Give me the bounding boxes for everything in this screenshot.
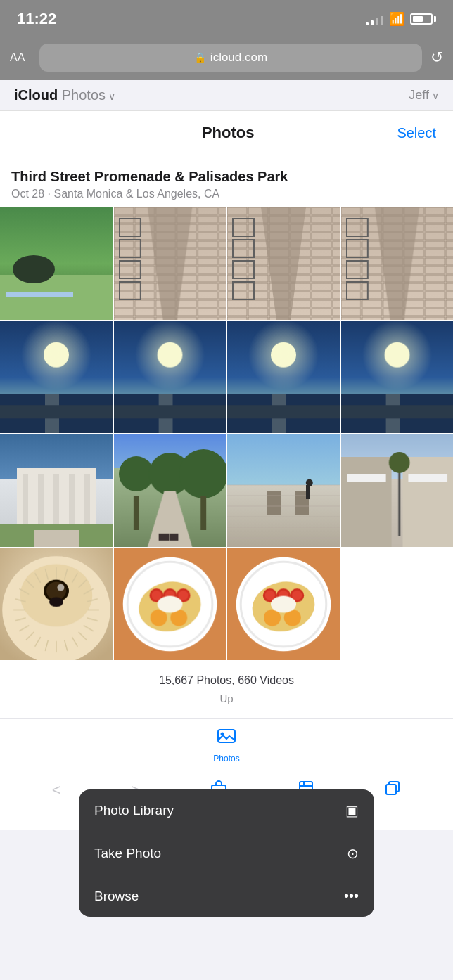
user-label: Jeff: [409, 88, 429, 102]
photo-cell[interactable]: [341, 434, 454, 547]
photo-library-icon: ▣: [345, 802, 359, 819]
content-area: Third Street Promenade & Palisades Park …: [0, 155, 453, 718]
ellipsis-icon: •••: [344, 888, 359, 904]
section-label: Photos: [58, 87, 106, 103]
photo-cell[interactable]: [0, 207, 113, 320]
photo-cell[interactable]: [227, 434, 340, 547]
photo-cell[interactable]: [114, 321, 226, 434]
photo-cell[interactable]: [0, 321, 113, 434]
brand-label: iCloud: [14, 87, 58, 103]
battery-icon: [410, 13, 436, 25]
photo-grid: [0, 207, 453, 660]
svg-rect-0: [218, 730, 235, 742]
back-button[interactable]: <: [46, 778, 67, 802]
url-text: icloud.com: [210, 51, 267, 65]
nav-chevron-icon: ∨: [108, 91, 115, 102]
status-bar: 11:22 📶: [0, 0, 453, 38]
upload-hint: Up: [0, 692, 453, 718]
signal-icon: [366, 13, 383, 25]
photo-count: 15,667 Photos, 660 Videos: [0, 660, 453, 692]
tab-photos[interactable]: Photos: [213, 726, 239, 763]
take-photo-label: Take Photo: [94, 846, 161, 861]
photo-cell[interactable]: [341, 321, 454, 434]
status-icons: 📶: [366, 11, 436, 27]
photo-cell[interactable]: [0, 548, 113, 661]
user-menu[interactable]: Jeff∨: [409, 88, 439, 103]
camera-icon: ⊙: [347, 845, 359, 862]
address-bar[interactable]: 🔒 icloud.com: [39, 44, 422, 72]
photo-cell-empty: [341, 548, 454, 661]
refresh-button[interactable]: ↺: [430, 49, 443, 67]
browse-label: Browse: [94, 889, 139, 904]
photo-cell[interactable]: [114, 207, 226, 320]
browse-option[interactable]: Browse •••: [79, 875, 374, 917]
tab-bar: Photos: [0, 718, 453, 768]
photo-library-option[interactable]: Photo Library ▣: [79, 789, 374, 832]
photos-tab-icon: [217, 726, 236, 751]
photo-cell[interactable]: [227, 548, 340, 661]
photo-cell[interactable]: [114, 434, 226, 547]
photos-tab-label: Photos: [213, 754, 239, 763]
wifi-icon: 📶: [389, 11, 404, 27]
tabs-button[interactable]: [378, 777, 407, 804]
photo-cell[interactable]: [114, 548, 226, 661]
photo-cell[interactable]: [341, 207, 454, 320]
photo-cell[interactable]: [227, 321, 340, 434]
photos-page-title: Photos: [59, 124, 397, 142]
location-title: Third Street Promenade & Palisades Park: [11, 168, 442, 185]
photo-library-label: Photo Library: [94, 803, 174, 818]
browser-bar: AA 🔒 icloud.com ↺: [0, 38, 453, 80]
lock-icon: 🔒: [194, 52, 206, 63]
photo-cell[interactable]: [227, 207, 340, 320]
text-size-button[interactable]: AA: [10, 51, 31, 64]
user-chevron-icon: ∨: [432, 90, 439, 101]
select-button[interactable]: Select: [397, 125, 436, 141]
icloud-nav-title[interactable]: iCloud Photos∨: [14, 87, 115, 103]
photos-header: Photos Select: [0, 111, 453, 155]
location-subtitle: Oct 28 · Santa Monica & Los Angeles, CA: [11, 188, 442, 200]
location-header: Third Street Promenade & Palisades Park …: [0, 155, 453, 207]
svg-rect-6: [386, 785, 396, 794]
take-photo-option[interactable]: Take Photo ⊙: [79, 832, 374, 875]
photo-cell[interactable]: [0, 434, 113, 547]
status-time: 11:22: [17, 10, 56, 28]
action-sheet: Photo Library ▣ Take Photo ⊙ Browse •••: [79, 789, 374, 917]
nav-bar: iCloud Photos∨ Jeff∨: [0, 80, 453, 111]
